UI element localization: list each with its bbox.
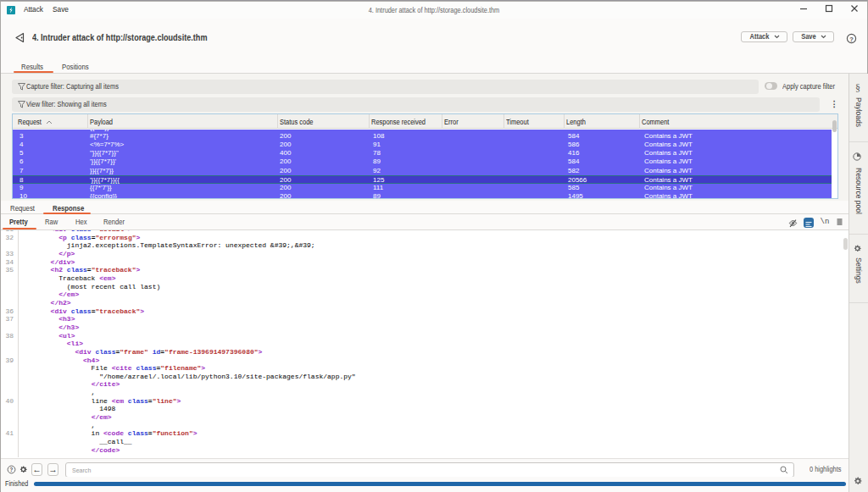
svg-text:?: ? xyxy=(10,467,14,473)
svg-text:§: § xyxy=(855,82,860,93)
svg-text:?: ? xyxy=(849,36,854,43)
